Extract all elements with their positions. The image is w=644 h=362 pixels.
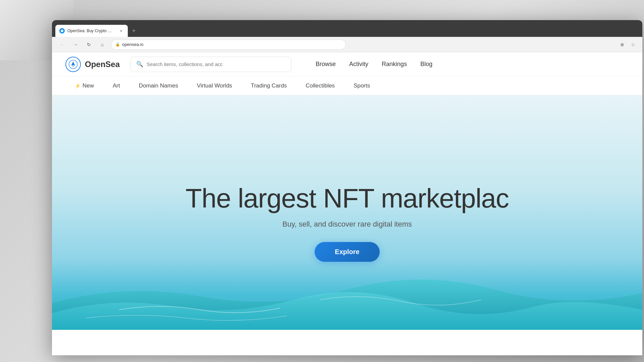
tab-favicon <box>59 28 65 34</box>
hero-section: The largest NFT marketplac Buy, sell, an… <box>52 95 642 330</box>
active-tab[interactable]: OpenSea: Buy Crypto Collectible... ✕ <box>55 25 128 37</box>
logo-icon <box>65 57 81 72</box>
nav-blog[interactable]: Blog <box>420 61 432 68</box>
back-button[interactable]: ← <box>57 40 67 49</box>
nav-rankings[interactable]: Rankings <box>382 61 407 68</box>
hero-subtitle: Buy, sell, and discover rare digital ite… <box>282 220 412 229</box>
bookmark-icon[interactable]: ☆ <box>629 41 637 49</box>
search-icon: 🔍 <box>136 61 143 68</box>
lock-icon: 🔒 <box>115 42 120 47</box>
cat-art[interactable]: Art <box>103 76 129 95</box>
nav-links: Browse Activity Rankings Blog <box>316 61 432 68</box>
cat-domain-names[interactable]: Domain Names <box>129 76 187 95</box>
tab-close-button[interactable]: ✕ <box>118 28 124 34</box>
forward-button[interactable]: → <box>71 40 80 49</box>
explore-button[interactable]: Explore <box>315 242 379 262</box>
logo-text: OpenSea <box>85 60 120 69</box>
wave-decoration <box>52 263 642 330</box>
search-input[interactable] <box>147 61 286 67</box>
lightning-icon: ⚡ <box>75 83 80 88</box>
site-navbar: OpenSea 🔍 Browse Activity Rankings Blog <box>52 52 642 76</box>
logo-link[interactable]: OpenSea <box>65 57 120 72</box>
address-bar-right: ⊕ ☆ <box>618 41 637 49</box>
new-tab-button[interactable]: + <box>129 26 139 36</box>
cat-trading-cards[interactable]: Trading Cards <box>241 76 296 95</box>
search-bar[interactable]: 🔍 <box>130 57 291 72</box>
cat-new[interactable]: ⚡ New <box>65 76 103 95</box>
hero-title: The largest NFT marketplac <box>185 184 509 213</box>
nav-activity[interactable]: Activity <box>349 61 368 68</box>
address-bar: ← → ↻ ⌂ 🔒 opensea.io ⊕ ☆ <box>52 37 642 52</box>
nav-browse[interactable]: Browse <box>316 61 336 68</box>
site-content: OpenSea 🔍 Browse Activity Rankings Blog … <box>52 52 642 355</box>
cat-virtual-worlds[interactable]: Virtual Worlds <box>187 76 241 95</box>
home-button[interactable]: ⌂ <box>98 40 107 49</box>
zoom-icon[interactable]: ⊕ <box>618 41 626 49</box>
cat-sports[interactable]: Sports <box>344 76 379 95</box>
browser-window: OpenSea: Buy Crypto Collectible... ✕ + ←… <box>52 20 642 355</box>
url-input[interactable]: 🔒 opensea.io <box>111 40 346 50</box>
browser-tab-bar: OpenSea: Buy Crypto Collectible... ✕ + <box>52 20 642 37</box>
url-text: opensea.io <box>122 42 144 47</box>
tab-title: OpenSea: Buy Crypto Collectible... <box>67 28 114 33</box>
refresh-button[interactable]: ↻ <box>84 40 94 49</box>
cat-collectibles[interactable]: Collectibles <box>296 76 344 95</box>
category-nav: ⚡ New Art Domain Names Virtual Worlds Tr… <box>52 76 642 95</box>
